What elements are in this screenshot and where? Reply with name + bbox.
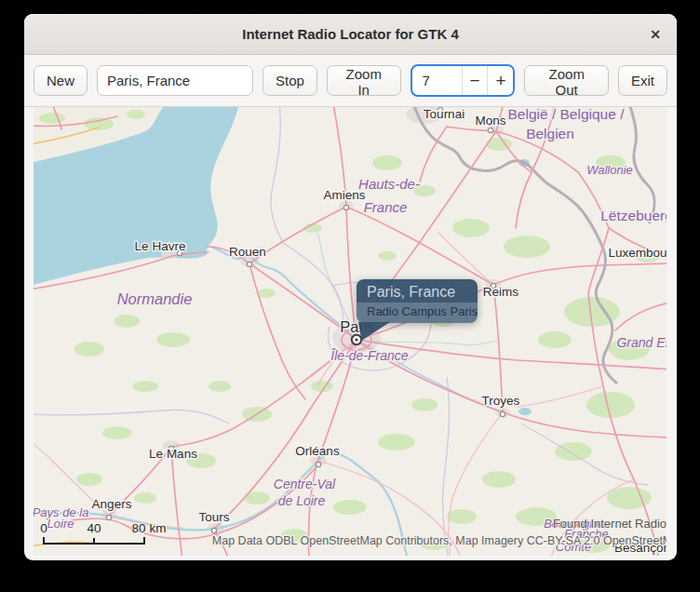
city-dot-rouen [247,262,251,266]
map-label-hauts-2: France [364,199,408,215]
window-title: Internet Radio Locator for GTK 4 [242,26,459,42]
map-label-luxembourg-city: Luxembourg [608,246,666,260]
minus-icon: − [469,71,479,90]
new-button[interactable]: New [34,65,88,96]
map-label-tours: Tours [198,510,229,524]
map-label-orleans: Orléans [295,444,340,458]
search-input[interactable] [97,65,253,96]
map-view[interactable]: Tournai Mons België / Belgique / Belgien… [34,107,666,556]
map-label-hauts-1: Hauts-de- [358,176,420,192]
map-label-le-havre: Le Havre [135,239,186,253]
map-label-tournai: Tournai [424,107,464,121]
close-icon: ✕ [650,27,661,42]
map-label-centre-1: Centre-Val [274,477,336,491]
map-label-letzebuerg: Lëtzebuerg [600,208,666,223]
map-svg: Tournai Mons België / Belgique / Belgien… [34,107,666,556]
map-attribution: Map Data ODBL OpenStreetMap Contributors… [212,534,666,547]
map-label-belgium-1: België / Belgique / [508,107,626,122]
exit-button[interactable]: Exit [618,65,667,96]
desktop-background: Internet Radio Locator for GTK 4 ✕ New S… [0,0,700,592]
zoom-level-increment-button[interactable]: + [487,66,513,95]
map-label-normandie: Normandie [117,290,193,307]
zoom-out-button[interactable]: Zoom Out [524,65,609,96]
zoom-level-spinbutton: − + [411,64,516,97]
plus-icon: + [495,71,505,90]
city-dot-angers [106,515,111,519]
city-dot-tours [211,528,216,532]
app-window: Internet Radio Locator for GTK 4 ✕ New S… [24,14,677,560]
map-label-mons: Mons [475,114,505,128]
scale-label-80km: 80 km [132,521,167,535]
map-label-wallonie: Wallonie [586,163,633,177]
city-dot-troyes [500,411,505,416]
map-label-ile-de-france: Île-de-France [330,348,408,363]
map-label-rouen: Rouen [229,245,266,259]
scale-label-40: 40 [87,521,101,535]
map-label-angers: Angers [92,497,132,511]
city-dot-amiens [343,205,348,209]
map-popup[interactable]: Paris, France Radio Campus Paris [357,279,478,323]
stop-button[interactable]: Stop [262,65,317,96]
map-marker-paris[interactable] [352,335,361,344]
map-label-amiens: Amiens [323,188,365,202]
toolbar: New Stop Zoom In − + Zoom Out Exit [24,55,677,107]
map-label-reims: Reims [483,285,519,299]
city-dot-orleans [316,462,320,466]
map-label-grand-est: Grand Est [616,335,666,350]
zoom-in-button[interactable]: Zoom In [327,65,401,96]
map-label-le-mans: Le Mans [149,447,197,461]
scale-label-0: 0 [40,521,47,535]
map-label-belgium-2: Belgien [526,126,574,141]
close-button[interactable]: ✕ [643,22,667,47]
map-label-pays-2: Loire [47,517,74,531]
popup-title: Paris, France [357,279,478,303]
map-label-centre-2: de Loire [278,493,326,508]
status-text: Found Internet Radio [553,517,666,531]
zoom-level-decrement-button[interactable]: − [462,66,488,95]
popup-subtitle: Radio Campus Paris [357,303,478,323]
city-dot-mons [488,128,492,132]
titlebar[interactable]: Internet Radio Locator for GTK 4 ✕ [24,14,677,55]
map-label-troyes: Troyes [482,394,520,408]
zoom-level-value[interactable] [412,66,462,95]
